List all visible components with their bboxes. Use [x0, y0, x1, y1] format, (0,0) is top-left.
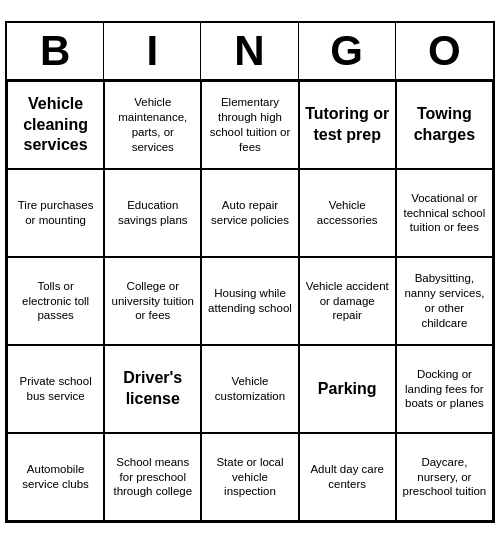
bingo-cell-6: Education savings plans: [104, 169, 201, 257]
bingo-cell-8: Vehicle accessories: [299, 169, 396, 257]
bingo-cell-23: Adult day care centers: [299, 433, 396, 521]
bingo-letter-b: B: [7, 23, 104, 79]
bingo-cell-19: Docking or landing fees for boats or pla…: [396, 345, 493, 433]
bingo-cell-4: Towing charges: [396, 81, 493, 169]
bingo-letter-i: I: [104, 23, 201, 79]
bingo-cell-9: Vocational or technical school tuition o…: [396, 169, 493, 257]
bingo-letter-o: O: [396, 23, 493, 79]
bingo-cell-1: Vehicle maintenance, parts, or services: [104, 81, 201, 169]
bingo-cell-3: Tutoring or test prep: [299, 81, 396, 169]
bingo-cell-24: Daycare, nursery, or preschool tuition: [396, 433, 493, 521]
bingo-cell-14: Babysitting, nanny services, or other ch…: [396, 257, 493, 345]
bingo-cell-5: Tire purchases or mounting: [7, 169, 104, 257]
bingo-cell-18: Parking: [299, 345, 396, 433]
bingo-cell-11: College or university tuition or fees: [104, 257, 201, 345]
bingo-cell-7: Auto repair service policies: [201, 169, 298, 257]
bingo-cell-13: Vehicle accident or damage repair: [299, 257, 396, 345]
bingo-cell-10: Tolls or electronic toll passes: [7, 257, 104, 345]
bingo-cell-2: Elementary through high school tuition o…: [201, 81, 298, 169]
bingo-cell-15: Private school bus service: [7, 345, 104, 433]
bingo-header: BINGO: [7, 23, 493, 81]
bingo-cell-17: Vehicle customization: [201, 345, 298, 433]
bingo-card: BINGO Vehicle cleaning servicesVehicle m…: [5, 21, 495, 523]
bingo-cell-20: Automobile service clubs: [7, 433, 104, 521]
bingo-cell-22: State or local vehicle inspection: [201, 433, 298, 521]
bingo-letter-g: G: [299, 23, 396, 79]
bingo-cell-21: School means for preschool through colle…: [104, 433, 201, 521]
bingo-grid: Vehicle cleaning servicesVehicle mainten…: [7, 81, 493, 521]
bingo-cell-16: Driver's license: [104, 345, 201, 433]
bingo-cell-12: Housing while attending school: [201, 257, 298, 345]
bingo-letter-n: N: [201, 23, 298, 79]
bingo-cell-0: Vehicle cleaning services: [7, 81, 104, 169]
